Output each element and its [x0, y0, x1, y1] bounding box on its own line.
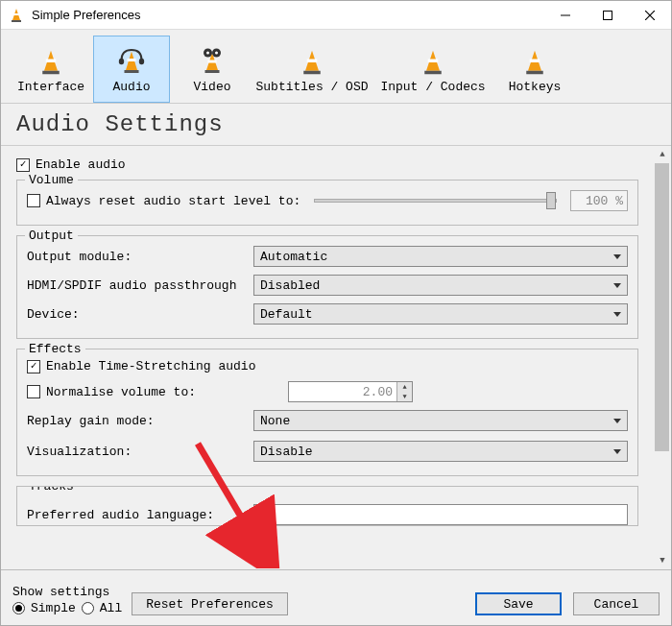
always-reset-checkbox[interactable]: [27, 194, 40, 207]
radio-all[interactable]: [82, 602, 94, 614]
film-cone-icon: [197, 45, 228, 76]
select-value: Disabled: [260, 278, 320, 293]
svg-rect-30: [526, 70, 543, 74]
svg-rect-9: [42, 70, 60, 74]
normalise-spin[interactable]: 2.00 ▲ ▼: [288, 381, 413, 402]
replay-gain-label: Replay gain mode:: [27, 414, 248, 428]
device-label: Device:: [27, 307, 248, 322]
tab-label: Interface: [17, 80, 84, 94]
passthrough-label: HDMI/SPDIF audio passthrough: [27, 278, 248, 293]
radio-all-label: All: [100, 601, 122, 615]
normalise-label: Normalise volume to:: [46, 385, 248, 399]
group-legend: Tracks: [25, 486, 78, 494]
show-settings-block: Show settings Simple All: [12, 585, 122, 615]
radio-simple-label: Simple: [31, 601, 76, 615]
tab-label: Audio: [112, 80, 150, 94]
spin-down[interactable]: ▼: [397, 392, 412, 401]
svg-rect-23: [307, 59, 318, 62]
preferred-audio-language-label: Preferred audio language:: [27, 508, 248, 522]
effects-group: Effects Enable Time-Stretching audio Nor…: [16, 349, 638, 476]
select-value: Disable: [260, 445, 313, 459]
select-value: Default: [260, 307, 313, 322]
content-area: Enable audio Volume Always reset audio s…: [1, 146, 671, 569]
svg-point-21: [215, 51, 218, 54]
window-title: Simple Preferences: [32, 8, 544, 22]
normalise-value: 2.00: [289, 385, 396, 399]
enable-audio-label: Enable audio: [36, 157, 126, 172]
select-value: Automatic: [260, 250, 327, 264]
svg-rect-4: [604, 11, 612, 19]
footer: Show settings Simple All Reset Preferenc…: [1, 569, 671, 625]
spin-up[interactable]: ▲: [397, 382, 412, 392]
tab-subtitles[interactable]: Subtitles / OSD: [254, 36, 370, 103]
svg-point-14: [139, 58, 144, 64]
cone-icon: [418, 45, 448, 76]
svg-rect-12: [125, 70, 139, 73]
svg-point-13: [119, 58, 124, 64]
titlebar: Simple Preferences: [1, 1, 671, 30]
svg-rect-27: [424, 70, 442, 74]
group-legend: Volume: [25, 173, 78, 187]
app-icon: [9, 8, 24, 23]
tracks-group: Tracks Preferred audio language:: [16, 486, 638, 526]
group-legend: Effects: [25, 342, 85, 356]
svg-rect-17: [205, 70, 220, 73]
show-settings-label: Show settings: [12, 585, 122, 599]
close-button[interactable]: [629, 1, 671, 30]
save-button[interactable]: Save: [475, 592, 562, 615]
replay-gain-select[interactable]: None: [253, 410, 628, 431]
category-toolbar: Interface Audio Video Subtitles / OSD In…: [1, 30, 671, 104]
cancel-button[interactable]: Cancel: [573, 592, 660, 615]
svg-rect-26: [428, 59, 439, 62]
preferred-audio-language-input[interactable]: [253, 504, 628, 525]
scroll-content: Enable audio Volume Always reset audio s…: [1, 146, 654, 569]
timestretch-checkbox[interactable]: [27, 360, 40, 373]
headphones-cone-icon: [116, 45, 147, 76]
enable-audio-checkbox[interactable]: [16, 158, 30, 172]
output-module-label: Output module:: [27, 250, 248, 264]
preferences-window: Simple Preferences Interface Audio Video…: [0, 0, 672, 626]
vertical-scrollbar[interactable]: ▲ ▼: [654, 146, 671, 569]
timestretch-label: Enable Time-Stretching audio: [46, 359, 255, 373]
output-group: Output Output module: Automatic HDMI/SPD…: [16, 235, 638, 339]
cone-icon: [36, 45, 66, 76]
svg-point-20: [206, 51, 209, 54]
scroll-up-icon[interactable]: ▲: [654, 146, 671, 163]
tab-label: Subtitles / OSD: [255, 80, 368, 94]
tab-label: Video: [193, 80, 230, 94]
svg-rect-2: [12, 20, 21, 22]
tab-video[interactable]: Video: [174, 36, 251, 103]
slider-thumb[interactable]: [546, 192, 556, 209]
maximize-button[interactable]: [587, 1, 629, 30]
minimize-button[interactable]: [544, 1, 587, 30]
svg-rect-29: [530, 59, 540, 62]
volume-group: Volume Always reset audio start level to…: [16, 180, 638, 226]
cone-icon: [297, 45, 327, 76]
tab-hotkeys[interactable]: Hotkeys: [496, 36, 573, 103]
tab-label: Input / Codecs: [380, 80, 485, 94]
svg-rect-24: [303, 70, 321, 74]
visualization-select[interactable]: Disable: [253, 441, 628, 462]
device-select[interactable]: Default: [253, 303, 628, 325]
start-level-slider[interactable]: [314, 199, 557, 203]
window-controls: [544, 1, 671, 30]
tab-label: Hotkeys: [509, 80, 562, 94]
svg-rect-8: [46, 59, 57, 62]
always-reset-label: Always reset audio start level to:: [46, 194, 300, 208]
cone-icon: [519, 45, 550, 76]
page-title: Audio Settings: [1, 104, 671, 146]
tab-interface[interactable]: Interface: [12, 36, 89, 103]
passthrough-select[interactable]: Disabled: [253, 275, 628, 296]
scroll-thumb[interactable]: [655, 163, 669, 451]
svg-rect-16: [208, 60, 217, 62]
scroll-down-icon[interactable]: ▼: [654, 552, 671, 569]
group-legend: Output: [25, 229, 78, 243]
visualization-label: Visualization:: [27, 445, 248, 459]
tab-input-codecs[interactable]: Input / Codecs: [373, 36, 492, 103]
reset-preferences-button[interactable]: Reset Preferences: [132, 592, 288, 615]
output-module-select[interactable]: Automatic: [253, 246, 628, 267]
tab-audio[interactable]: Audio: [93, 36, 170, 103]
normalise-checkbox[interactable]: [27, 385, 40, 398]
radio-simple[interactable]: [12, 602, 25, 614]
start-level-value: 100 %: [570, 190, 628, 211]
